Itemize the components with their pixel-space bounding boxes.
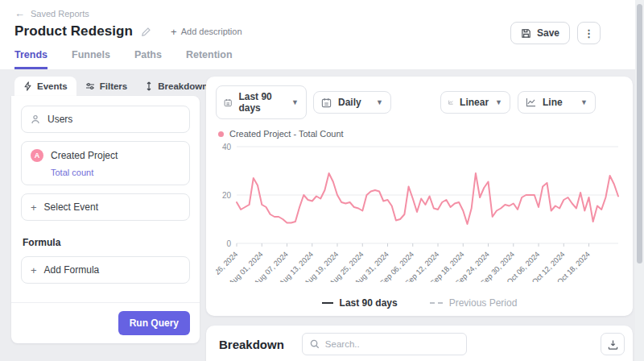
- dashed-line-swatch: [430, 302, 443, 304]
- legend-current-period[interactable]: Last 90 days: [322, 297, 398, 309]
- chart-controls: Last 90 days ▼ Daily ▼ Linear ▼ Line ▼: [206, 77, 633, 119]
- chevron-down-icon: ▼: [580, 98, 588, 106]
- download-button[interactable]: [601, 333, 625, 355]
- report-tabs: Trends Funnels Paths Retention: [14, 49, 233, 69]
- search-icon: [310, 339, 320, 349]
- tab-funnels[interactable]: Funnels: [72, 49, 110, 69]
- formula-heading: Formula: [23, 237, 190, 248]
- series-legend: Created Project - Total Count: [206, 119, 633, 139]
- select-event-label: Select Event: [44, 201, 98, 213]
- chevron-down-icon: ▼: [291, 98, 299, 106]
- event-name: Created Project: [51, 150, 118, 161]
- breadcrumb[interactable]: ← Saved Reports: [14, 8, 89, 19]
- plus-icon: +: [171, 27, 177, 37]
- main-content: Events Filters Breakdown Users: [0, 69, 644, 361]
- zap-icon: [23, 81, 32, 91]
- interval-value: Daily: [338, 97, 361, 108]
- chart-type-dropdown[interactable]: Line ▼: [518, 91, 596, 114]
- tab-retention[interactable]: Retention: [186, 49, 233, 69]
- save-label: Save: [537, 27, 559, 39]
- search-input[interactable]: [325, 339, 446, 349]
- chevron-down-icon: ▼: [495, 98, 502, 106]
- more-options-button[interactable]: ⋮: [577, 22, 601, 44]
- query-panel-tabs: Events Filters Breakdown: [14, 77, 200, 96]
- scale-dropdown[interactable]: Linear ▼: [440, 91, 510, 114]
- user-icon: [31, 114, 40, 124]
- query-builder-panel: Events Filters Breakdown Users: [11, 77, 200, 345]
- page-header: ← Saved Reports Product Redesign + Add d…: [0, 0, 644, 69]
- chart-panel: Last 90 days ▼ Daily ▼ Linear ▼ Line ▼: [206, 77, 633, 316]
- tab-breakdown[interactable]: Breakdown: [136, 77, 217, 96]
- add-description-button[interactable]: + Add description: [171, 27, 242, 37]
- tab-events[interactable]: Events: [14, 77, 76, 96]
- add-formula-button[interactable]: + Add Formula: [21, 256, 190, 284]
- tab-trends[interactable]: Trends: [14, 49, 47, 69]
- solid-line-swatch: [322, 302, 333, 304]
- date-range-value: Last 90 days: [238, 91, 285, 114]
- query-card: Users A Created Project Total count + Se…: [11, 96, 200, 343]
- download-icon: [608, 339, 618, 350]
- save-button[interactable]: Save: [510, 22, 570, 44]
- tab-paths[interactable]: Paths: [134, 49, 162, 69]
- users-selector[interactable]: Users: [21, 106, 190, 133]
- add-description-label: Add description: [181, 27, 242, 36]
- split-arrows-icon: [145, 81, 153, 91]
- breakdown-search[interactable]: [302, 333, 467, 355]
- calendar-icon: [321, 98, 332, 108]
- page-title: Product Redesign: [14, 23, 133, 39]
- scrollbar-thumb[interactable]: [637, 4, 642, 263]
- sliders-icon: [85, 81, 95, 91]
- save-icon: [521, 28, 531, 39]
- chart-type-value: Line: [543, 97, 563, 108]
- series-legend-label: Created Project - Total Count: [229, 129, 344, 139]
- scale-value: Linear: [460, 97, 489, 108]
- breakdown-section: Breakdown: [206, 326, 633, 361]
- event-card[interactable]: A Created Project Total count: [21, 141, 190, 185]
- tab-breakdown-label: Breakdown: [158, 81, 208, 91]
- back-arrow-icon[interactable]: ←: [14, 8, 25, 19]
- users-label: Users: [47, 114, 72, 125]
- add-formula-label: Add Formula: [44, 264, 100, 276]
- event-badge: A: [31, 149, 43, 162]
- plus-icon: +: [31, 265, 37, 276]
- line-chart-icon: [448, 98, 453, 107]
- legend-current-label: Last 90 days: [340, 297, 398, 309]
- pencil-icon: [141, 27, 151, 37]
- legend-previous-label: Previous Period: [449, 297, 518, 309]
- kebab-icon: ⋮: [584, 27, 594, 39]
- svg-text:40: 40: [222, 143, 232, 151]
- breakdown-heading: Breakdown: [219, 338, 284, 351]
- series-color-dot: [218, 131, 224, 137]
- chevron-down-icon: ▼: [376, 98, 383, 106]
- tab-filters-label: Filters: [100, 81, 128, 91]
- calendar-icon: [224, 98, 232, 108]
- plus-icon: +: [31, 202, 37, 213]
- line-chart-icon: [526, 98, 536, 107]
- trend-chart[interactable]: 02040Jul 26, 2024Aug 01, 2024Aug 07, 202…: [216, 140, 625, 285]
- period-legend: Last 90 days Previous Period: [206, 297, 633, 309]
- select-event-button[interactable]: + Select Event: [21, 193, 190, 221]
- tab-events-label: Events: [37, 81, 68, 91]
- svg-text:0: 0: [226, 239, 231, 248]
- edit-title-button[interactable]: [141, 27, 151, 37]
- query-footer: Run Query: [11, 302, 200, 343]
- event-metric-link[interactable]: Total count: [51, 168, 180, 177]
- legend-previous-period[interactable]: Previous Period: [430, 297, 518, 309]
- tab-filters[interactable]: Filters: [76, 77, 137, 96]
- svg-text:20: 20: [222, 191, 232, 200]
- breadcrumb-label[interactable]: Saved Reports: [31, 9, 89, 19]
- date-range-dropdown[interactable]: Last 90 days ▼: [216, 85, 307, 119]
- interval-dropdown[interactable]: Daily ▼: [313, 91, 391, 114]
- trend-chart-svg: 02040Jul 26, 2024Aug 01, 2024Aug 07, 202…: [216, 140, 623, 282]
- run-query-button[interactable]: Run Query: [118, 311, 190, 335]
